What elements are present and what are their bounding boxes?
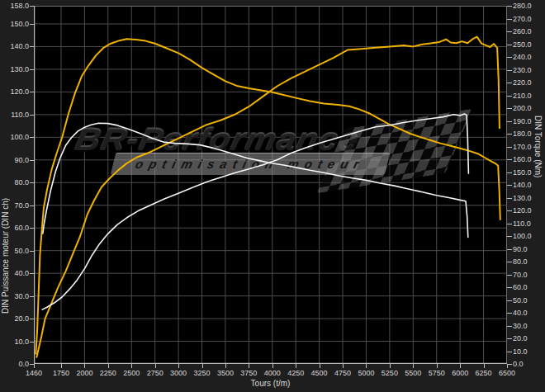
torque-tick-label: 60.0 bbox=[513, 283, 528, 291]
torque-tick-label: 110.0 bbox=[513, 220, 531, 228]
tick-mark bbox=[507, 364, 508, 368]
curve-stock-torque bbox=[43, 123, 468, 237]
tick-mark bbox=[366, 364, 367, 368]
tick-mark bbox=[507, 45, 512, 45]
power-tick-label: 120.0 bbox=[1, 87, 29, 96]
right-axis-title: DIN Torque (Nm) bbox=[533, 116, 543, 239]
tick-mark bbox=[61, 364, 62, 368]
left-axis-title: DIN Puissance moteur (DIN ch) bbox=[1, 99, 10, 314]
tick-mark bbox=[507, 287, 512, 288]
tick-mark bbox=[507, 236, 512, 237]
tick-mark bbox=[507, 96, 512, 97]
x-axis-title: Tours (t/m) bbox=[34, 379, 507, 388]
tick-mark bbox=[178, 364, 179, 368]
tick-mark bbox=[202, 364, 203, 368]
power-tick-label: 130.0 bbox=[1, 65, 29, 73]
tick-mark bbox=[507, 31, 512, 32]
tick-mark bbox=[249, 364, 249, 368]
torque-tick-label: 250.0 bbox=[513, 40, 532, 49]
torque-tick-label: 190.0 bbox=[513, 117, 532, 125]
plot-area: BR-Performance optimisation moteur bbox=[34, 6, 507, 364]
tick-mark bbox=[460, 364, 461, 368]
torque-tick-label: 140.0 bbox=[513, 181, 532, 189]
torque-tick-label: 200.0 bbox=[513, 104, 532, 112]
tick-mark bbox=[507, 185, 512, 186]
tick-mark bbox=[507, 326, 512, 327]
torque-tick-label: 160.0 bbox=[513, 155, 532, 163]
tick-mark bbox=[34, 364, 35, 368]
tick-mark bbox=[507, 275, 512, 276]
torque-tick-label: 170.0 bbox=[513, 143, 532, 151]
tick-mark bbox=[507, 121, 512, 122]
torque-tick-label: 220.0 bbox=[513, 78, 532, 87]
tick-mark bbox=[484, 364, 485, 368]
torque-tick-label: 80.0 bbox=[513, 257, 528, 266]
tick-mark bbox=[507, 313, 512, 314]
power-tick-label: 0.0 bbox=[1, 360, 29, 368]
power-tick-label: 140.0 bbox=[1, 42, 29, 50]
tick-mark bbox=[507, 70, 512, 71]
torque-tick-label: 20.0 bbox=[513, 334, 528, 342]
tick-mark bbox=[507, 134, 512, 135]
tick-mark bbox=[507, 172, 512, 173]
torque-tick-label: 230.0 bbox=[513, 66, 532, 74]
tick-mark bbox=[131, 364, 132, 368]
tick-mark bbox=[507, 108, 512, 109]
tick-mark bbox=[108, 364, 109, 368]
tick-mark bbox=[507, 19, 512, 20]
tick-mark bbox=[507, 57, 512, 58]
torque-tick-label: 10.0 bbox=[513, 347, 528, 356]
dyno-chart: BR-Performance optimisation moteur 0.010… bbox=[0, 0, 545, 392]
tick-mark bbox=[507, 210, 512, 211]
tick-mark bbox=[320, 364, 320, 368]
tick-mark bbox=[507, 224, 512, 224]
tick-mark bbox=[507, 249, 512, 250]
tick-mark bbox=[507, 198, 512, 199]
tick-mark bbox=[84, 364, 85, 368]
torque-tick-label: 240.0 bbox=[513, 53, 532, 61]
torque-tick-label: 120.0 bbox=[513, 206, 532, 215]
tick-mark bbox=[507, 159, 512, 160]
dyno-curves bbox=[34, 6, 507, 364]
curve-stock-power bbox=[42, 114, 468, 309]
tick-mark bbox=[413, 364, 414, 368]
tick-mark bbox=[507, 6, 512, 7]
torque-tick-label: 210.0 bbox=[513, 92, 532, 100]
rpm-tick-label: 6500 bbox=[490, 369, 524, 377]
torque-tick-label: 30.0 bbox=[513, 322, 528, 330]
power-tick-label: 150.0 bbox=[1, 20, 29, 28]
torque-tick-label: 0.0 bbox=[513, 360, 524, 368]
tick-mark bbox=[225, 364, 226, 368]
torque-tick-label: 100.0 bbox=[513, 232, 532, 240]
torque-tick-label: 130.0 bbox=[513, 194, 532, 202]
tick-mark bbox=[296, 364, 296, 368]
tick-mark bbox=[272, 364, 273, 368]
tick-mark bbox=[155, 364, 156, 368]
tick-mark bbox=[507, 147, 512, 148]
tick-mark bbox=[507, 352, 512, 352]
torque-tick-label: 40.0 bbox=[513, 309, 528, 317]
tick-mark bbox=[507, 300, 512, 301]
power-tick-label: 20.0 bbox=[1, 314, 29, 323]
curve-tuned-power bbox=[36, 37, 500, 357]
torque-tick-label: 180.0 bbox=[513, 130, 532, 138]
torque-tick-label: 260.0 bbox=[513, 27, 532, 35]
curve-tuned-torque bbox=[36, 39, 500, 353]
tick-mark bbox=[507, 338, 512, 339]
torque-tick-label: 70.0 bbox=[513, 271, 528, 279]
torque-tick-label: 90.0 bbox=[513, 245, 528, 253]
power-tick-label: 158.0 bbox=[1, 2, 29, 10]
tick-mark bbox=[343, 364, 344, 368]
tick-mark bbox=[507, 262, 512, 262]
torque-tick-label: 270.0 bbox=[513, 15, 532, 23]
tick-mark bbox=[437, 364, 438, 368]
tick-mark bbox=[507, 83, 512, 83]
torque-tick-label: 150.0 bbox=[513, 168, 532, 177]
power-tick-label: 10.0 bbox=[1, 338, 29, 346]
tick-mark bbox=[390, 364, 391, 368]
torque-tick-label: 280.0 bbox=[513, 2, 532, 10]
torque-tick-label: 50.0 bbox=[513, 296, 528, 305]
